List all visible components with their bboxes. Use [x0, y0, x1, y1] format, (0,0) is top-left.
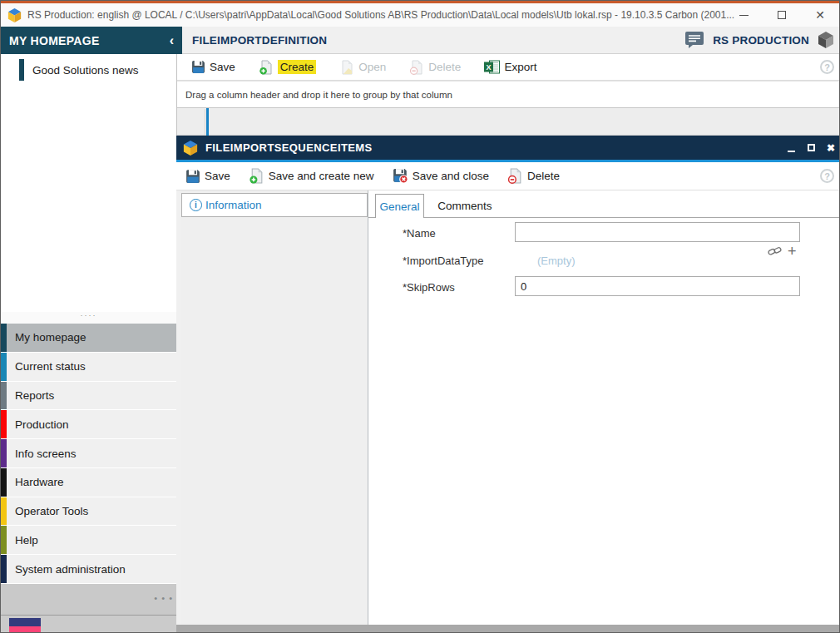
grid-active-column-marker [206, 108, 209, 136]
sidebar-item-operator-tools[interactable]: Operator Tools [1, 497, 176, 526]
delete-icon [507, 168, 523, 184]
app-logo-icon [7, 7, 22, 23]
brand-cube-icon[interactable] [818, 31, 834, 49]
news-accent-bar [19, 59, 24, 81]
maximize-icon [778, 11, 786, 19]
dialog-minimize-icon [788, 151, 795, 152]
window-titlebar[interactable]: RS Production: english @ LOCAL / C:\User… [1, 3, 839, 27]
group-by-panel[interactable]: Drag a column header and drop it here to… [177, 81, 840, 108]
good-solutions-logo [9, 618, 41, 633]
open-icon [339, 60, 354, 75]
dialog-delete-button[interactable]: Delete [507, 168, 560, 184]
save-and-close-button[interactable]: Save and close [393, 168, 489, 184]
dialog-maximize-icon [808, 144, 815, 151]
skiprows-label: *SkipRows [403, 281, 455, 294]
dialog-fileimportsequenceitems: FILEIMPORTSEQUENCEITEMS ✖ Save [176, 136, 840, 633]
nav-accent-bar [1, 410, 7, 438]
dialog-close-icon: ✖ [827, 142, 835, 154]
export-button[interactable]: X Export [484, 60, 536, 74]
dialog-titlebar[interactable]: FILEIMPORTSEQUENCEITEMS ✖ [176, 136, 840, 160]
sidebar-nav: My homepage Current status Reports Produ… [1, 324, 177, 584]
sidebar-item-reports[interactable]: Reports [1, 382, 176, 410]
sidebar-item-current-status[interactable]: Current status [1, 353, 176, 381]
skiprows-input[interactable] [515, 276, 800, 296]
create-icon [259, 60, 274, 75]
nav-accent-bar [1, 439, 7, 467]
save-create-new-icon [249, 168, 264, 184]
minimize-icon [739, 15, 749, 16]
sidebar-header-title: MY HOMEPAGE [9, 34, 170, 47]
grid-header-row[interactable] [177, 108, 840, 136]
main-header: FILEIMPORTDEFINITION RS PRODUCTION [182, 27, 840, 54]
overflow-dots-icon[interactable]: • • • [154, 593, 173, 603]
close-button[interactable]: ✕ [801, 3, 839, 27]
delete-icon [409, 60, 424, 75]
dialog-body: i Information General Comments *Name *Im… [176, 190, 840, 625]
dialog-left-panel: i Information [181, 190, 368, 625]
dialog-bottom-frame [176, 625, 840, 633]
sidebar-item-production[interactable]: Production [1, 410, 176, 438]
dialog-close-button[interactable]: ✖ [826, 142, 836, 154]
minimize-button[interactable] [724, 3, 763, 27]
save-button[interactable]: Save [191, 60, 235, 74]
feedback-comment-icon[interactable] [684, 31, 704, 49]
add-icon[interactable]: + [788, 245, 797, 257]
name-input[interactable] [515, 222, 800, 242]
window-title: RS Production: english @ LOCAL / C:\User… [27, 9, 734, 21]
sidebar-collapse-icon[interactable]: ‹ [170, 33, 174, 48]
open-button[interactable]: Open [339, 60, 386, 75]
nav-accent-bar [1, 382, 7, 410]
news-label: Good Solutions news [32, 64, 139, 77]
sidebar-item-my-homepage[interactable]: My homepage [1, 324, 176, 352]
save-and-create-new-button[interactable]: Save and create new [249, 168, 374, 184]
svg-text:X: X [487, 63, 492, 72]
nav-accent-bar [1, 526, 7, 554]
brand-label: RS PRODUCTION [713, 34, 809, 47]
importdatatype-label: *ImportDataType [403, 255, 484, 267]
excel-export-icon: X [484, 60, 500, 74]
page-title: FILEIMPORTDEFINITION [192, 34, 684, 47]
sidebar-item-info-screens[interactable]: Info screens [1, 439, 176, 467]
maximize-button[interactable] [763, 3, 801, 27]
dialog-toolbar: Save Save and create new [176, 162, 840, 190]
dialog-maximize-button[interactable] [806, 142, 816, 154]
dialog-help-icon[interactable]: ? [820, 169, 834, 183]
save-icon [191, 60, 205, 74]
nav-accent-bar [1, 324, 7, 352]
importdatatype-value[interactable]: (Empty) [537, 255, 576, 267]
dialog-logo-icon [183, 140, 198, 156]
dialog-save-button[interactable]: Save [185, 169, 230, 184]
sidebar-item-system-administration[interactable]: System administration [1, 555, 176, 583]
logo-blue-block [9, 618, 41, 626]
sidebar-item-hardware[interactable]: Hardware [1, 468, 176, 497]
link-icon[interactable] [768, 245, 782, 257]
sidebar-splitter[interactable]: ···· [1, 312, 177, 324]
create-button[interactable]: Create [259, 60, 317, 75]
sidebar-overflow-area: • • • [1, 584, 177, 615]
name-label: *Name [403, 227, 436, 240]
sidebar-header: MY HOMEPAGE ‹ [1, 27, 182, 54]
save-close-icon [393, 168, 408, 184]
help-icon[interactable]: ? [820, 60, 834, 74]
main-toolbar: Save Create Open [177, 54, 840, 81]
tab-general[interactable]: General [375, 194, 424, 218]
nav-accent-bar [1, 468, 7, 497]
sidebar-item-good-solutions-news[interactable]: Good Solutions news [1, 58, 176, 82]
info-icon: i [190, 199, 202, 211]
nav-accent-bar [1, 497, 7, 526]
save-icon [185, 169, 200, 184]
tab-information[interactable]: i Information [181, 193, 368, 217]
grid-indicator-cell [177, 109, 205, 135]
logo-pink-block [9, 626, 41, 633]
dialog-minimize-button[interactable] [786, 142, 796, 154]
nav-accent-bar [1, 353, 7, 381]
app-window: RS Production: english @ LOCAL / C:\User… [0, 0, 840, 633]
sidebar-item-help[interactable]: Help [1, 526, 176, 554]
delete-button[interactable]: Delete [409, 60, 461, 75]
group-by-hint: Drag a column header and drop it here to… [185, 90, 452, 100]
dialog-title: FILEIMPORTSEQUENCEITEMS [205, 141, 373, 154]
sidebar-panel: Good Solutions news [1, 54, 177, 312]
close-icon: ✕ [815, 8, 825, 22]
grip-dots-icon: ···· [81, 311, 97, 319]
tab-comments[interactable]: Comments [430, 194, 500, 218]
